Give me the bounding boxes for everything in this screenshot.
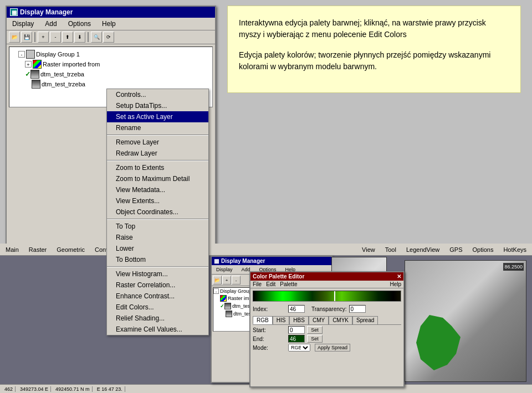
palette-title: Color Palette Editor bbox=[253, 273, 304, 280]
status-x: 349273.04 E bbox=[18, 386, 51, 392]
ctx-zoom-max-detail[interactable]: Zoom to Maximum Detail bbox=[107, 173, 208, 184]
end-input[interactable] bbox=[288, 335, 305, 343]
ctx-raise[interactable]: Raise bbox=[107, 232, 208, 243]
status-z: E 16 47 23. bbox=[95, 386, 125, 392]
ctx-rename[interactable]: Rename bbox=[107, 122, 208, 133]
dm-small-icon: ▦ bbox=[214, 258, 219, 264]
tab-his[interactable]: HIS bbox=[273, 316, 290, 324]
ctx-setup-datatips[interactable]: Setup DataTips... bbox=[107, 100, 208, 111]
menu-options[interactable]: Options bbox=[65, 19, 94, 29]
ctx-edit-colors[interactable]: Edit Colors... bbox=[107, 302, 208, 313]
ctx-raster-correlation[interactable]: Raster Correlation... bbox=[107, 280, 208, 291]
display-manager-title: Display Manager bbox=[20, 8, 73, 16]
toolbar-btn-6[interactable]: ⬇ bbox=[74, 32, 85, 43]
palette-menu-file[interactable]: File bbox=[253, 281, 262, 287]
ctx-examine-cell-values[interactable]: Examine Cell Values... bbox=[107, 324, 208, 335]
ctx-relief-shading[interactable]: Relief Shading... bbox=[107, 313, 208, 324]
ctx-view-extents[interactable]: View Extents... bbox=[107, 195, 208, 206]
menu-add[interactable]: Add bbox=[42, 19, 60, 29]
ctx-zoom-extents[interactable]: Zoom to Extents bbox=[107, 162, 208, 173]
dm-small-btn-1[interactable]: 📂 bbox=[213, 276, 222, 285]
apply-spread-button[interactable]: Apply Spread bbox=[315, 344, 350, 351]
raster-value-display: 86.2500 bbox=[503, 263, 524, 271]
dm-small-btn-3[interactable]: - bbox=[232, 276, 241, 285]
ctx-set-active-layer[interactable]: Set as Active Layer bbox=[107, 111, 208, 122]
toolbar-separator-1 bbox=[34, 32, 35, 42]
ctx-to-bottom[interactable]: To Bottom bbox=[107, 254, 208, 265]
palette-menu-edit[interactable]: Edit bbox=[266, 281, 275, 287]
tree-group-1[interactable]: - Display Group 1 bbox=[12, 49, 210, 59]
palette-menubar: File Edit Palette Help bbox=[250, 281, 403, 288]
ctx-sep-3 bbox=[107, 219, 208, 220]
ctx-to-top[interactable]: To Top bbox=[107, 221, 208, 232]
palette-menu-palette[interactable]: Palette bbox=[280, 281, 297, 287]
expand-group-1[interactable]: - bbox=[18, 51, 25, 58]
ctx-enhance-contrast[interactable]: Enhance Contrast... bbox=[107, 291, 208, 302]
end-label: End: bbox=[253, 336, 286, 342]
mode-select[interactable]: RGB bbox=[288, 344, 310, 351]
toolbar-btn-8[interactable]: ⟳ bbox=[103, 32, 114, 43]
start-end-controls: Start: Set End: Set Mode: RGB Apply Spre… bbox=[250, 325, 403, 354]
main-app-toolbar: Main Raster Geometric Convert View Tool … bbox=[0, 244, 532, 256]
menu-help[interactable]: Help bbox=[99, 19, 119, 29]
check-icon-1: ✓ bbox=[25, 70, 30, 78]
ctx-sep-2 bbox=[107, 160, 208, 161]
main-menu-options[interactable]: Options bbox=[469, 245, 497, 254]
info-text-1: Interaktywna edycja palety barwnej; klik… bbox=[239, 17, 509, 40]
ctx-controls[interactable]: Controls... bbox=[107, 89, 208, 100]
start-set-button[interactable]: Set bbox=[307, 326, 323, 334]
tab-hbs[interactable]: HBS bbox=[289, 316, 309, 324]
dm-small-dtm-icon-1 bbox=[224, 303, 231, 309]
ctx-view-histogram[interactable]: View Histogram... bbox=[107, 268, 208, 280]
ctx-redraw-layer[interactable]: Redraw Layer bbox=[107, 148, 208, 159]
status-coords: 462 bbox=[2, 386, 16, 392]
color-strip[interactable] bbox=[253, 291, 401, 302]
expand-raster[interactable]: + bbox=[25, 61, 32, 68]
display-manager-icon: ▦ bbox=[10, 8, 18, 16]
start-label: Start: bbox=[253, 327, 286, 333]
toolbar-btn-7[interactable]: 🔍 bbox=[91, 32, 102, 43]
index-input[interactable] bbox=[288, 305, 305, 313]
main-menu-raster[interactable]: Raster bbox=[25, 245, 50, 254]
tab-cmyk[interactable]: CMYK bbox=[329, 316, 352, 324]
start-input[interactable] bbox=[288, 326, 305, 334]
ctx-remove-layer[interactable]: Remove Layer bbox=[107, 137, 208, 148]
tree-dtm-layer-1[interactable]: ✓ dtm_test_trzeba bbox=[12, 69, 210, 79]
main-menu-geometric[interactable]: Geometric bbox=[53, 245, 88, 254]
main-menu-gps[interactable]: GPS bbox=[446, 245, 466, 254]
tree-dtm-layer-2[interactable]: dtm_test_trzeba bbox=[12, 79, 210, 89]
dm-small-menu-display[interactable]: Display bbox=[214, 266, 235, 273]
transparency-label: Transparency: bbox=[311, 306, 347, 312]
color-cursor[interactable] bbox=[334, 291, 335, 301]
toolbar-btn-4[interactable]: - bbox=[50, 32, 61, 43]
palette-close-icon[interactable]: ✕ bbox=[397, 273, 401, 280]
toolbar-btn-3[interactable]: + bbox=[38, 32, 49, 43]
tab-spread[interactable]: Spread bbox=[352, 316, 378, 324]
main-menu-main[interactable]: Main bbox=[2, 245, 22, 254]
toolbar-btn-1[interactable]: 📂 bbox=[9, 32, 20, 43]
end-set-button[interactable]: Set bbox=[307, 335, 323, 343]
tab-cmy[interactable]: CMY bbox=[309, 316, 329, 324]
tree-raster-layer[interactable]: + Raster imported from bbox=[12, 59, 210, 69]
toolbar-btn-2[interactable]: 💾 bbox=[21, 32, 32, 43]
main-menu-view[interactable]: View bbox=[359, 245, 378, 254]
color-palette-editor: Color Palette Editor ✕ File Edit Palette… bbox=[249, 271, 405, 387]
ctx-sep-4 bbox=[107, 266, 208, 267]
group-icon bbox=[26, 50, 35, 59]
ctx-object-coords[interactable]: Object Coordinates... bbox=[107, 206, 208, 218]
menu-display[interactable]: Display bbox=[9, 19, 37, 29]
main-menu-hotkeys[interactable]: HotKeys bbox=[500, 245, 530, 254]
main-menu-tool[interactable]: Tool bbox=[382, 245, 400, 254]
toolbar-btn-5[interactable]: ⬆ bbox=[62, 32, 73, 43]
palette-menu-help[interactable]: Help bbox=[390, 281, 401, 287]
ctx-lower[interactable]: Lower bbox=[107, 243, 208, 254]
mode-label: Mode: bbox=[253, 345, 286, 351]
tab-rgb[interactable]: RGB bbox=[253, 316, 273, 324]
ctx-view-metadata[interactable]: View Metadata... bbox=[107, 184, 208, 195]
dm-small-btn-2[interactable]: + bbox=[222, 276, 231, 285]
transparency-input[interactable] bbox=[349, 305, 366, 313]
display-manager-menubar: Display Add Options Help bbox=[7, 18, 215, 30]
status-y: 492450.71 N m bbox=[53, 386, 93, 392]
main-menu-legendview[interactable]: LegendView bbox=[403, 245, 443, 254]
display-manager-titlebar: ▦ Display Manager bbox=[7, 7, 215, 18]
